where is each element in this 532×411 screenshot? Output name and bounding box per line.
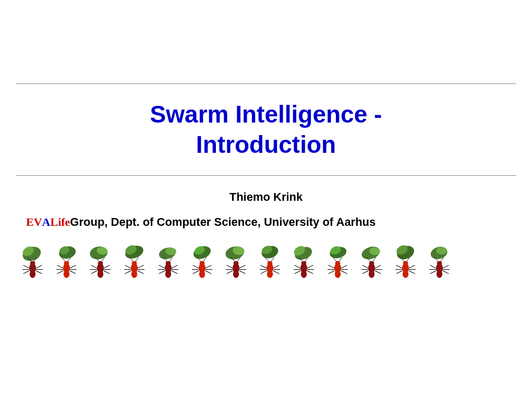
svg-line-127 [341,271,347,274]
svg-line-99 [273,265,279,269]
svg-line-34 [104,265,110,269]
svg-point-134 [369,270,374,278]
svg-line-161 [430,265,436,269]
svg-line-21 [70,265,76,269]
svg-line-135 [362,265,368,269]
svg-line-166 [443,271,449,274]
svg-line-57 [159,265,165,269]
svg-point-94 [268,261,273,265]
ant-8 [253,245,287,284]
svg-point-146 [403,261,408,265]
svg-point-3 [30,261,35,265]
svg-point-17 [64,270,69,278]
svg-line-114 [307,271,313,274]
title-section: Swarm Intelligence - Introduction [0,84,532,175]
svg-line-49 [138,271,143,274]
svg-line-124 [329,271,334,274]
svg-line-138 [375,265,381,269]
svg-line-103 [271,257,274,261]
life-text: Life [50,215,70,229]
ant-4 [117,245,151,284]
svg-line-33 [91,271,97,274]
svg-line-85 [227,271,233,274]
svg-point-56 [165,270,171,278]
svg-line-18 [57,265,63,269]
svg-line-125 [341,265,347,269]
ant-6 [185,245,219,284]
svg-line-59 [159,271,165,274]
top-spacer [0,0,532,83]
a-text: A [42,215,51,229]
svg-line-140 [375,271,381,274]
svg-line-148 [396,265,402,269]
svg-line-164 [443,265,449,269]
ant-9 [287,245,321,284]
affiliation-section: EVALife Group, Dept. of Computer Science… [0,215,532,229]
svg-point-81 [234,261,239,265]
svg-line-101 [273,271,279,274]
svg-point-69 [199,270,205,278]
author-name: Thiemo Krink [229,190,303,203]
svg-point-4 [30,270,35,278]
svg-line-153 [409,271,415,274]
svg-point-29 [98,261,103,265]
ant-13 [422,245,456,284]
svg-line-73 [205,265,211,269]
ant-12 [389,245,422,284]
svg-line-86 [239,265,245,269]
svg-point-55 [166,261,171,265]
svg-point-42 [132,261,137,265]
svg-line-75 [205,271,211,274]
ant-1 [16,245,50,284]
svg-point-160 [437,270,442,278]
ant-7 [219,245,253,284]
svg-point-30 [98,270,103,278]
author-section: Thiemo Krink [0,190,532,204]
svg-line-20 [57,271,63,274]
svg-line-88 [239,271,245,274]
svg-point-121 [335,270,341,278]
svg-point-43 [131,270,137,278]
svg-line-137 [362,271,368,274]
title-line2: Introduction [196,131,336,158]
svg-line-70 [193,265,199,269]
affiliation-rest: Group, Dept. of Computer Science, Univer… [70,215,376,229]
ant-2 [50,245,83,284]
svg-point-133 [369,261,374,265]
svg-point-147 [403,270,408,278]
svg-line-98 [261,271,267,274]
title-line1: Swarm Intelligence - [150,101,382,128]
svg-line-5 [23,265,29,269]
svg-line-7 [23,271,29,274]
svg-line-83 [227,265,233,269]
svg-line-96 [261,265,267,269]
ant-11 [355,245,389,284]
svg-point-68 [200,261,205,265]
svg-line-47 [138,265,143,269]
svg-line-109 [295,265,300,269]
ant-3 [83,245,117,284]
ant-10 [321,245,355,284]
svg-line-10 [36,271,42,274]
ev-text: EV [26,215,42,229]
svg-line-163 [430,271,436,274]
svg-line-44 [125,265,131,269]
svg-line-31 [91,265,97,269]
svg-line-112 [307,265,313,269]
svg-line-23 [70,271,76,274]
svg-line-151 [409,265,415,269]
svg-line-150 [396,271,402,274]
svg-line-72 [193,271,199,274]
svg-line-122 [329,265,334,269]
svg-point-159 [437,261,442,265]
svg-point-108 [301,270,307,278]
svg-line-8 [36,265,42,269]
svg-line-60 [172,265,177,269]
svg-line-51 [136,257,139,261]
svg-point-107 [301,261,307,265]
svg-line-62 [172,271,177,274]
svg-line-46 [125,271,131,274]
svg-line-111 [295,271,300,274]
ant-5 [151,245,185,284]
svg-point-95 [267,270,273,278]
